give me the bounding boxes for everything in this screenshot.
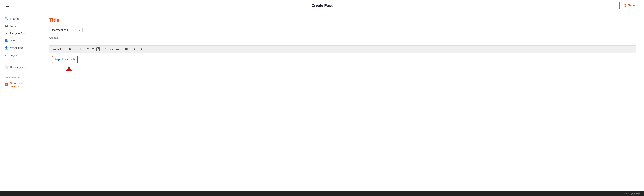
create-collection-label: Create a new collection [10, 81, 37, 88]
hamburger-button[interactable]: ☰ [4, 2, 11, 9]
sidebar-item-label: My Account [10, 46, 24, 49]
category-value: Uncategorized [51, 29, 72, 32]
plus-box-icon: + [4, 83, 8, 86]
italic-button[interactable]: I [73, 47, 76, 51]
sidebar-item-label: Search [10, 17, 19, 20]
url-link[interactable]: https://laosu.ml/ [55, 58, 75, 61]
sidebar-item-label: Recycle Bin [10, 32, 24, 35]
hr-button[interactable]: — [115, 47, 120, 51]
text-style-label: Normal [52, 48, 61, 51]
bold-button[interactable]: B [68, 47, 72, 51]
annotation-arrow [63, 65, 74, 78]
editor-divider [49, 43, 636, 43]
collection-doc-icon: 📄 [4, 65, 8, 69]
red-arrow-icon [64, 66, 74, 78]
code-button[interactable]: <> [109, 47, 114, 51]
sidebar-item-label: Users [10, 39, 17, 42]
editor-body[interactable]: https://laosu.ml/ [49, 53, 636, 81]
url-box: https://laosu.ml/ [52, 56, 78, 63]
sidebar: 🔍 Search 🏷 Tags 🗑 Recycle Bin 👤 Users 👤 … [0, 11, 41, 191]
tags-icon: 🏷 [4, 24, 8, 28]
sidebar-item-tags[interactable]: 🏷 Tags [0, 22, 41, 30]
svg-marker-1 [66, 66, 72, 71]
logout-icon: ↩ [4, 53, 8, 57]
redo-button[interactable]: ↪ [138, 47, 143, 51]
account-icon: 👤 [4, 46, 8, 50]
users-icon: 👤 [4, 39, 8, 42]
category-clear-button[interactable]: ✕ [74, 29, 77, 32]
category-chevron-icon[interactable]: ▾ [78, 29, 80, 32]
bullet-list-button[interactable]: ≡ [86, 47, 90, 52]
post-title-label: Title [49, 17, 636, 23]
underline-button[interactable]: U [78, 47, 82, 51]
toolbar-sep-5 [130, 47, 131, 51]
collections-label: COLLECTIONS [0, 75, 41, 79]
text-style-dropdown[interactable]: Normal ▾ [51, 47, 64, 51]
editor-toolbar: Normal ▾ B I U ≡ ≡ " <> — ⊞ ↩ ↪ [49, 45, 636, 53]
main-layout: 🔍 Search 🏷 Tags 🗑 Recycle Bin 👤 Users 👤 … [0, 11, 644, 191]
style-chevron-icon: ▾ [62, 48, 63, 51]
toolbar-sep-1 [66, 47, 66, 51]
add-tag-row [49, 35, 636, 40]
footer-text: CSDN @杨浦老苏 [624, 192, 641, 195]
checkbox-button[interactable] [96, 47, 100, 51]
trash-icon: 🗑 [4, 32, 8, 35]
sidebar-item-label: Uncategorized [10, 66, 28, 69]
sidebar-item-users[interactable]: 👤 Users [0, 37, 41, 44]
sidebar-item-recycle-bin[interactable]: 🗑 Recycle Bin [0, 30, 41, 37]
content-area: Title Uncategorized ✕ ▾ Normal ▾ B I U ≡… [41, 11, 644, 191]
sidebar-item-my-account[interactable]: 👤 My Account [0, 44, 41, 51]
create-collection-button[interactable]: + Create a new collection [0, 79, 41, 90]
sidebar-nav: 🔍 Search 🏷 Tags 🗑 Recycle Bin 👤 Users 👤 … [0, 15, 41, 59]
check-circle-icon: ⊙ [624, 4, 626, 8]
sidebar-item-search[interactable]: 🔍 Search [0, 15, 41, 22]
blockquote-button[interactable]: " [104, 47, 108, 52]
sidebar-item-label: Logout [10, 54, 18, 57]
table-button[interactable]: ⊞ [124, 47, 129, 51]
search-icon: 🔍 [4, 17, 8, 21]
toolbar-sep-2 [84, 47, 84, 51]
app-footer: CSDN @杨浦老苏 [0, 191, 644, 196]
collections-divider [0, 73, 41, 73]
save-button[interactable]: ⊙ Save [619, 2, 640, 10]
undo-button[interactable]: ↩ [133, 47, 137, 51]
app-header: ☰ Create Post ⊙ Save [0, 0, 644, 11]
page-title: Create Post [312, 4, 332, 8]
numbered-list-button[interactable]: ≡ [91, 47, 96, 52]
sidebar-item-uncategorized[interactable]: 📄 Uncategorized [0, 63, 41, 71]
category-dropdown[interactable]: Uncategorized ✕ ▾ [49, 27, 83, 33]
sidebar-item-label: Tags [10, 25, 16, 28]
sidebar-item-logout[interactable]: ↩ Logout [0, 51, 41, 59]
add-tag-input[interactable] [49, 35, 82, 40]
